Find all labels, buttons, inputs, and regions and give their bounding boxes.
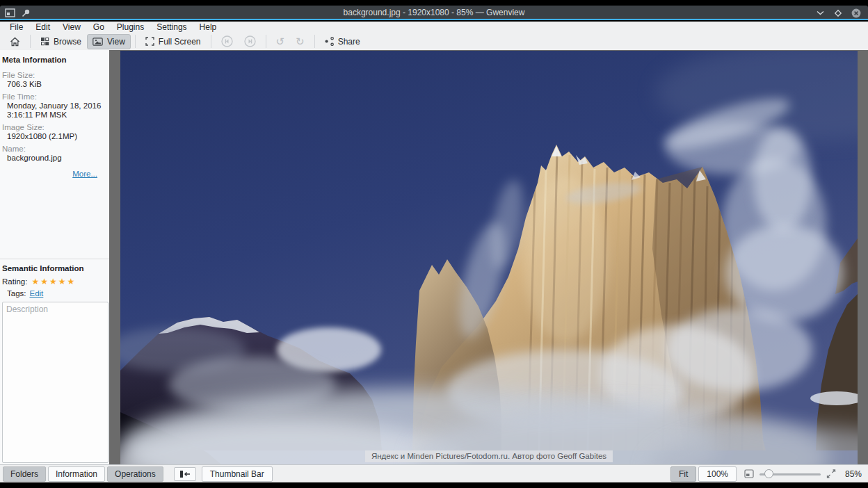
photo-mountain[interactable]: Яндекс и Minden Pictures/Fotodom.ru. Авт… (120, 51, 858, 464)
toolbar: Browse View Full Screen ↺ (0, 33, 868, 50)
main-area: Meta Information File Size: 706.3 KiB Fi… (0, 50, 868, 464)
next-icon (244, 35, 256, 47)
share-button[interactable]: Share (319, 34, 366, 49)
file-size-field: File Size: 706.3 KiB (2, 71, 105, 89)
toolbar-separator (30, 35, 31, 48)
toggle-sidebar-button[interactable] (174, 467, 196, 481)
zoom-slider-handle[interactable] (764, 469, 773, 478)
statusbar: Folders Information Operations Thumbnail… (0, 464, 868, 482)
next-image-button[interactable] (239, 33, 262, 50)
thumbnail-bar-button[interactable]: Thumbnail Bar (202, 466, 273, 482)
name-field: Name: background.jpg (2, 145, 105, 163)
zoom-100-button[interactable]: 100% (698, 466, 737, 482)
image-size-field: Image Size: 1920x1080 (2.1MP) (2, 123, 105, 141)
menu-go[interactable]: Go (87, 22, 111, 33)
rotate-right-button[interactable]: ↻ (290, 33, 310, 49)
titlebar[interactable]: background.jpg - 1920x1080 - 85% — Gwenv… (0, 6, 868, 20)
meta-information-panel: Meta Information File Size: 706.3 KiB Fi… (0, 50, 109, 259)
tags-label: Tags: (7, 289, 26, 298)
tab-folders[interactable]: Folders (3, 466, 46, 482)
zoom-slider[interactable] (758, 469, 822, 480)
share-icon (325, 37, 334, 46)
toolbar-separator (314, 35, 315, 48)
meta-information-title: Meta Information (2, 56, 105, 64)
semantic-information-panel: Semantic Information Rating: ★★★★★ Tags:… (0, 259, 109, 464)
menu-file[interactable]: File (3, 22, 29, 33)
window-title: background.jpg - 1920x1080 - 85% — Gwenv… (0, 6, 868, 20)
maximize-button[interactable] (833, 8, 843, 18)
view-button[interactable]: View (87, 34, 131, 49)
toolbar-separator (266, 35, 266, 48)
home-button[interactable] (4, 34, 26, 49)
tags-row: Tags: Edit (7, 289, 109, 298)
zoom-fit-button[interactable]: Fit (670, 466, 696, 482)
zoom-out-icon[interactable] (744, 469, 754, 478)
menubar: File Edit View Go Plugins Settings Help (0, 22, 868, 33)
full-screen-label: Full Screen (159, 37, 201, 47)
browse-button[interactable]: Browse (35, 34, 87, 49)
toolbar-separator (211, 35, 211, 48)
minimize-button[interactable] (815, 8, 825, 18)
share-label: Share (338, 37, 360, 47)
rating-label: Rating: (2, 277, 27, 286)
close-button[interactable] (851, 8, 861, 18)
zoom-in-icon[interactable] (826, 469, 836, 478)
tab-information[interactable]: Information (48, 466, 105, 482)
information-sidebar: Meta Information File Size: 706.3 KiB Fi… (0, 50, 109, 464)
full-screen-button[interactable]: Full Screen (140, 34, 207, 49)
browse-grid-icon (40, 37, 49, 46)
home-icon (10, 37, 20, 47)
description-input[interactable] (2, 302, 108, 463)
semantic-information-title: Semantic Information (2, 264, 109, 273)
menu-settings[interactable]: Settings (150, 22, 193, 33)
rating-row: Rating: ★★★★★ (2, 277, 109, 286)
menu-help[interactable]: Help (193, 22, 223, 33)
tab-operations[interactable]: Operations (107, 466, 163, 482)
view-label: View (107, 37, 125, 47)
toolbar-separator (135, 35, 136, 48)
menu-plugins[interactable]: Plugins (111, 22, 150, 33)
rotate-left-icon: ↺ (276, 36, 285, 47)
gwenview-window: background.jpg - 1920x1080 - 85% — Gwenv… (0, 0, 868, 488)
hide-sidebar-icon (179, 470, 191, 478)
full-screen-icon (145, 37, 154, 46)
menu-edit[interactable]: Edit (29, 22, 56, 33)
previous-image-button[interactable] (216, 33, 239, 50)
previous-icon (221, 35, 233, 47)
rotate-right-icon: ↻ (296, 36, 305, 47)
rating-stars[interactable]: ★★★★★ (31, 277, 76, 286)
menu-view[interactable]: View (56, 22, 87, 33)
more-link[interactable]: More... (2, 170, 97, 178)
view-image-icon (93, 38, 103, 46)
zoom-level-label: 85% (838, 469, 862, 479)
image-caption: Яндекс и Minden Pictures/Fotodom.ru. Авт… (365, 450, 613, 462)
tags-edit-link[interactable]: Edit (30, 289, 44, 298)
image-view[interactable]: Яндекс и Minden Pictures/Fotodom.ru. Авт… (109, 50, 868, 464)
file-time-field: File Time: Monday, January 18, 2016 3:16… (2, 92, 105, 120)
browse-label: Browse (54, 37, 81, 47)
rotate-left-button[interactable]: ↺ (271, 33, 291, 49)
